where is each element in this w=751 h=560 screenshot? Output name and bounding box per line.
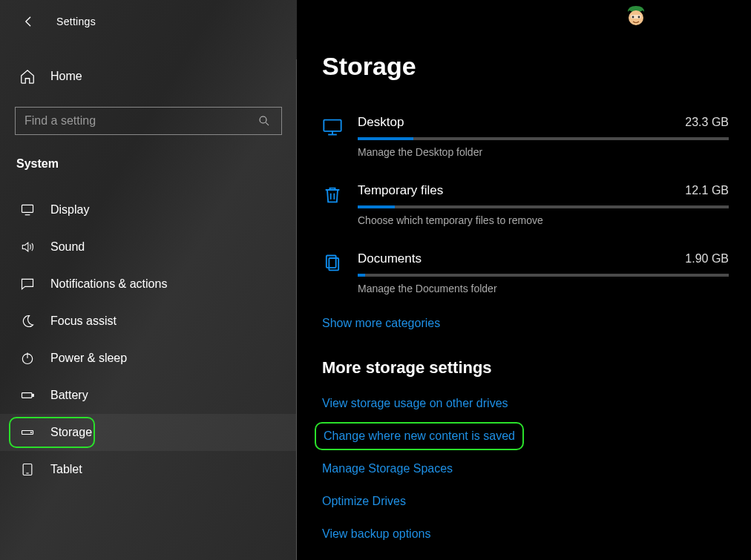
nav-power-sleep[interactable]: Power & sleep [0,340,297,377]
moon-icon [19,313,36,329]
settings-window: Settings Home System Display Sound [0,0,751,560]
nav-label: Sound [50,240,85,254]
home-icon [19,68,36,85]
usage-bar [358,274,729,277]
more-storage-links: View storage usage on other drives Chang… [322,395,729,542]
nav-sound[interactable]: Sound [0,228,297,266]
search-icon [256,113,272,129]
svg-point-9 [30,432,32,433]
svg-point-15 [638,16,640,19]
tablet-icon [19,461,36,478]
storage-size: 1.90 GB [685,252,729,266]
documents-icon [322,253,344,275]
monitor-icon [19,202,36,218]
svg-point-0 [260,116,266,123]
speaker-icon [19,239,36,255]
svg-point-14 [632,16,634,19]
nav-battery[interactable]: Battery [0,377,297,414]
link-other-drives[interactable]: View storage usage on other drives [322,395,729,412]
drive-icon [19,424,36,441]
storage-item-temp[interactable]: Temporary files 12.1 GB Choose which tem… [322,183,729,226]
desktop-icon [322,116,344,139]
nav-display[interactable]: Display [0,191,297,228]
storage-body: Temporary files 12.1 GB Choose which tem… [358,183,729,226]
svg-rect-16 [324,120,341,131]
nav-focus-assist[interactable]: Focus assist [0,303,297,340]
section-label: System [0,135,297,178]
nav-label: Display [50,203,89,217]
link-optimize-drives[interactable]: Optimize Drives [322,493,729,510]
nav-label: Storage [50,426,92,439]
avatar [625,4,647,30]
message-icon [19,276,36,292]
storage-name: Temporary files [358,183,443,198]
storage-item-desktop[interactable]: Desktop 23.3 GB Manage the Desktop folde… [322,115,729,158]
search-input[interactable] [24,114,256,128]
storage-desc: Choose which temporary files to remove [358,214,729,226]
more-storage-heading: More storage settings [322,358,729,378]
storage-size: 23.3 GB [685,116,729,129]
storage-name: Documents [358,251,422,266]
link-storage-spaces[interactable]: Manage Storage Spaces [322,461,729,477]
storage-desc: Manage the Desktop folder [358,146,729,158]
content-pane: Storage Desktop 23.3 GB Manage the Deskt… [297,0,751,560]
svg-rect-6 [22,393,32,398]
app-title: Settings [56,16,96,27]
show-more-link[interactable]: Show more categories [322,315,440,332]
storage-body: Desktop 23.3 GB Manage the Desktop folde… [358,115,729,158]
svg-line-1 [266,122,269,125]
nav-notifications[interactable]: Notifications & actions [0,266,297,303]
top-row: Settings [0,7,297,34]
nav-label: Power & sleep [50,352,127,365]
search-box[interactable] [15,107,282,135]
back-button[interactable] [21,13,37,30]
nav-label: Battery [50,389,88,402]
svg-rect-7 [33,394,34,396]
page-title: Storage [322,52,729,81]
home-label: Home [50,70,82,83]
power-icon [19,350,36,366]
battery-icon [19,387,36,403]
link-backup-options[interactable]: View backup options [322,526,729,542]
usage-bar [358,137,729,140]
svg-rect-21 [327,256,336,268]
nav-label: Focus assist [50,314,117,328]
storage-size: 12.1 GB [685,184,729,197]
nav-label: Notifications & actions [50,277,167,291]
highlighted-link: Change where new content is saved [315,422,524,450]
usage-bar [358,205,729,208]
svg-rect-22 [329,258,338,270]
trash-icon [322,185,344,207]
sidebar: Settings Home System Display Sound [0,0,297,560]
svg-rect-2 [22,205,33,212]
storage-name: Desktop [358,115,404,130]
storage-body: Documents 1.90 GB Manage the Documents f… [358,251,729,294]
nav-tablet[interactable]: Tablet [0,451,297,488]
home-button[interactable]: Home [0,34,297,92]
storage-desc: Manage the Documents folder [358,283,729,294]
storage-item-documents[interactable]: Documents 1.90 GB Manage the Documents f… [322,251,729,294]
nav-storage[interactable]: Storage [0,414,297,451]
link-change-location[interactable]: Change where new content is saved [324,428,515,444]
nav-list: Display Sound Notifications & actions Fo… [0,191,297,488]
nav-label: Tablet [50,463,82,476]
